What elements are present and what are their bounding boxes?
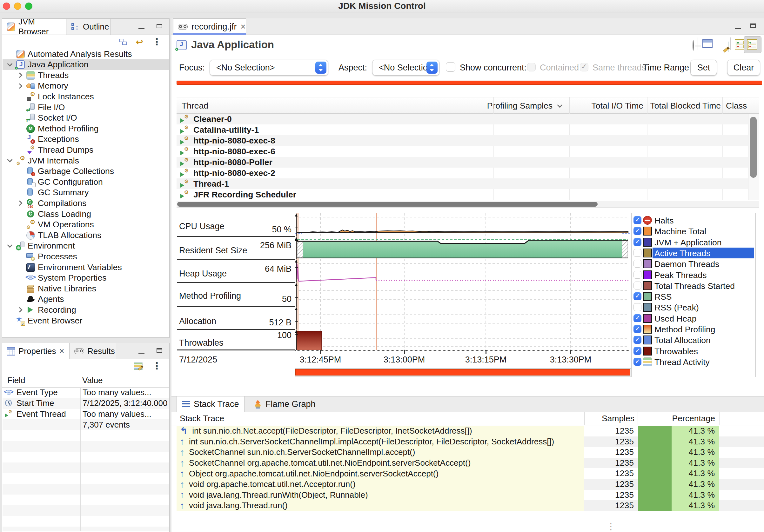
thread-row[interactable]: Thread-1 bbox=[177, 178, 748, 189]
tree-item-file-i-o[interactable]: File I/O bbox=[3, 102, 169, 113]
legend-item-peak-threads[interactable]: Peak Threads bbox=[632, 269, 755, 280]
stack-frame-row[interactable]: ↰int sun.nio.ch.Net.accept(FileDescripto… bbox=[171, 426, 764, 437]
legend-checkbox-rss-peak[interactable] bbox=[634, 303, 642, 311]
tree-item-automated-analysis-results[interactable]: Automated Analysis Results bbox=[3, 49, 169, 59]
property-row-empty[interactable] bbox=[3, 452, 169, 462]
tree-item-tlab-allocations[interactable]: TLAB Allocations bbox=[3, 230, 169, 241]
thread-row[interactable]: http-nio-8080-exec-2 bbox=[177, 168, 748, 178]
stack-frame-row[interactable]: ↑void java.lang.Thread.run()123541.3 % bbox=[171, 500, 764, 511]
tree-item-gc-summary[interactable]: GC Summary bbox=[3, 187, 169, 198]
legend-checkbox-machine-total[interactable] bbox=[634, 227, 642, 235]
legend-checkbox-active-threads[interactable] bbox=[634, 249, 642, 257]
tree-item-environment[interactable]: Environment bbox=[3, 241, 169, 252]
tree-item-lock-instances[interactable]: Lock Instances bbox=[3, 91, 169, 102]
chevron-right-icon[interactable] bbox=[17, 72, 24, 79]
chevron-down-icon[interactable] bbox=[6, 243, 13, 250]
property-row[interactable]: 7,307 events bbox=[3, 419, 169, 430]
total-io-time-column-header[interactable]: Total I/O Time bbox=[570, 101, 643, 111]
legend-item-daemon-threads[interactable]: Daemon Threads bbox=[632, 259, 755, 269]
chevron-right-icon[interactable] bbox=[17, 306, 24, 313]
tree-item-system-properties[interactable]: System Properties bbox=[3, 273, 169, 283]
minimize-view-icon[interactable] bbox=[138, 348, 144, 354]
tree-item-java-application[interactable]: Java Application bbox=[3, 59, 169, 70]
no-selection-icon[interactable] bbox=[692, 40, 694, 51]
aspect-dropdown[interactable]: <No Selection> bbox=[372, 60, 440, 76]
tree-item-exceptions[interactable]: Exceptions bbox=[3, 134, 169, 145]
thread-row[interactable]: JFR Recording Scheduler bbox=[177, 189, 748, 200]
tree-item-compilations[interactable]: Compilations bbox=[3, 198, 169, 209]
property-row[interactable]: Start Time7/12/2025, 3:12:40.000 bbox=[3, 398, 169, 409]
thread-column-header[interactable]: Thread bbox=[182, 101, 208, 111]
legend-checkbox-peak-threads[interactable] bbox=[634, 271, 642, 279]
tree-item-processes[interactable]: Processes bbox=[3, 251, 169, 262]
legend-item-jvm-application[interactable]: JVM + Application bbox=[632, 237, 755, 248]
tree-item-class-loading[interactable]: Class Loading bbox=[3, 209, 169, 219]
property-row-empty[interactable] bbox=[3, 484, 169, 494]
legend-checkbox-total-allocation[interactable] bbox=[634, 336, 642, 344]
chevron-down-icon[interactable] bbox=[6, 157, 13, 164]
contained-checkbox[interactable] bbox=[527, 63, 536, 72]
thread-row[interactable]: http-nio-8080-exec-6 bbox=[177, 146, 748, 157]
legend-item-total-threads-started[interactable]: Total Threads Started bbox=[632, 280, 755, 291]
maximize-editor-icon[interactable] bbox=[750, 24, 756, 28]
chevron-down-icon[interactable] bbox=[6, 61, 13, 68]
tab-flame-graph[interactable]: Flame Graph bbox=[249, 397, 321, 412]
dropdown-stepper-icon[interactable] bbox=[427, 62, 438, 74]
property-row-empty[interactable] bbox=[3, 441, 169, 452]
tab-results[interactable]: Results bbox=[70, 343, 116, 359]
maximize-view-icon[interactable] bbox=[156, 348, 162, 353]
tree-item-garbage-collections[interactable]: Garbage Collections bbox=[3, 166, 169, 177]
chart-legend-rows-icon[interactable] bbox=[747, 39, 757, 50]
property-row-empty[interactable] bbox=[3, 516, 169, 527]
range-selector-bar[interactable] bbox=[295, 369, 630, 376]
legend-item-halts[interactable]: Halts bbox=[632, 215, 755, 226]
export-properties-icon[interactable] bbox=[134, 363, 142, 370]
legend-checkbox-halts[interactable] bbox=[634, 216, 642, 224]
property-row-empty[interactable] bbox=[3, 473, 169, 484]
thread-row[interactable]: http-nio-8080-exec-8 bbox=[177, 135, 748, 146]
legend-checkbox-method-profiling[interactable] bbox=[634, 325, 642, 333]
tab-properties[interactable]: Properties × bbox=[2, 343, 70, 359]
legend-checkbox-daemon-threads[interactable] bbox=[634, 260, 642, 267]
chevron-right-icon[interactable] bbox=[17, 200, 24, 207]
property-row[interactable]: Event ThreadToo many values... bbox=[3, 409, 169, 420]
show-concurrent-checkbox[interactable] bbox=[446, 62, 455, 72]
thread-row[interactable]: Catalina-utility-1 bbox=[177, 124, 748, 135]
legend-checkbox-rss[interactable] bbox=[634, 292, 642, 300]
chevron-right-icon[interactable] bbox=[17, 83, 24, 89]
clear-button[interactable]: Clear bbox=[727, 60, 760, 76]
value-column-header[interactable]: Value bbox=[82, 376, 103, 385]
class-column-header[interactable]: Class bbox=[726, 101, 753, 111]
samples-column-header[interactable]: Samples bbox=[587, 414, 635, 424]
tree-item-gc-configuration[interactable]: GC Configuration bbox=[3, 176, 169, 187]
legend-checkbox-used-heap[interactable] bbox=[634, 314, 642, 322]
field-column-header[interactable]: Field bbox=[7, 376, 25, 385]
thread-row[interactable]: Cleaner-0 bbox=[177, 114, 748, 124]
property-row-empty[interactable] bbox=[3, 505, 169, 516]
legend-checkbox-throwables[interactable] bbox=[634, 347, 642, 355]
tree-item-threads[interactable]: Threads bbox=[3, 70, 169, 81]
view-menu-icon[interactable]: ⋮ bbox=[152, 361, 162, 371]
legend-item-machine-total[interactable]: Machine Total bbox=[632, 226, 755, 237]
same-threads-checkbox[interactable]: ✓ bbox=[580, 63, 588, 72]
set-button[interactable]: Set bbox=[690, 60, 717, 76]
legend-item-active-threads[interactable]: Active Threads bbox=[632, 248, 755, 259]
thread-row[interactable]: http-nio-8080-Poller bbox=[177, 157, 748, 168]
tree-item-native-libraries[interactable]: Native Libraries bbox=[3, 283, 169, 294]
stack-trace-column-header[interactable]: Stack Trace bbox=[180, 414, 224, 424]
tree-item-socket-i-o[interactable]: Socket I/O bbox=[3, 113, 169, 123]
legend-item-method-profiling[interactable]: Method Profiling bbox=[632, 324, 755, 335]
stack-frame-row[interactable]: ↑Object org.apache.tomcat.util.net.NioEn… bbox=[171, 468, 764, 479]
tree-item-event-browser[interactable]: Event Browser bbox=[3, 315, 169, 326]
tab-recording-jfr[interactable]: recording.jfr × bbox=[173, 18, 246, 35]
dropdown-stepper-icon[interactable] bbox=[315, 62, 326, 74]
stack-frame-row[interactable]: ↑SocketChannel sun.nio.ch.ServerSocketCh… bbox=[171, 447, 764, 458]
property-row[interactable]: Event TypeToo many values... bbox=[3, 387, 169, 398]
total-blocked-time-column-header[interactable]: Total Blocked Time bbox=[647, 101, 721, 111]
stack-frame-row[interactable]: ↑int sun.nio.ch.ServerSocketChannelImpl.… bbox=[171, 437, 764, 447]
legend-checkbox-jvm-application[interactable] bbox=[634, 238, 642, 246]
timeline-chart-svg[interactable] bbox=[295, 213, 630, 350]
tree-item-memory[interactable]: Memory bbox=[3, 81, 169, 91]
property-row-empty[interactable] bbox=[3, 462, 169, 473]
legend-item-rss-peak[interactable]: RSS (Peak) bbox=[632, 302, 755, 313]
